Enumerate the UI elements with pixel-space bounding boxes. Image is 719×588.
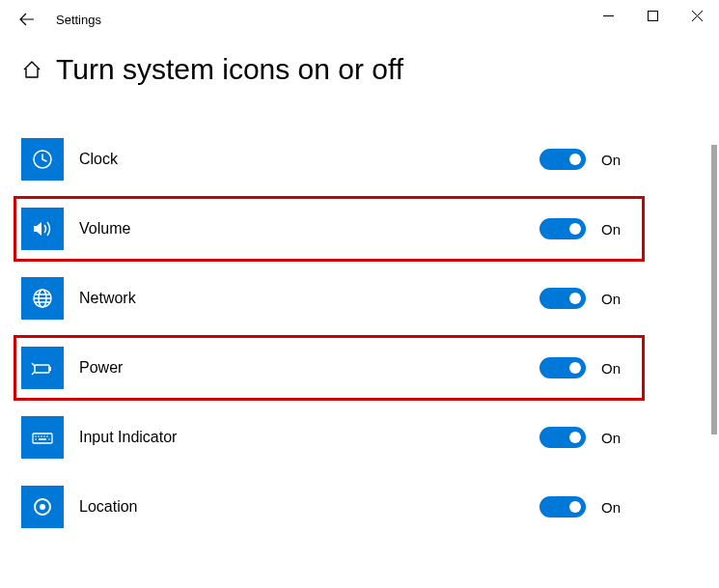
- minimize-button[interactable]: [586, 0, 630, 31]
- scrollbar[interactable]: [711, 145, 717, 434]
- clock-icon: [21, 138, 64, 181]
- svg-rect-14: [33, 434, 52, 443]
- svg-point-20: [35, 438, 37, 440]
- list-item-clock: Clock On: [21, 125, 698, 194]
- svg-point-16: [38, 435, 40, 437]
- toggle-power[interactable]: [539, 357, 586, 378]
- svg-rect-21: [39, 438, 46, 440]
- list-item-volume: Volume On: [21, 194, 698, 264]
- item-label: Network: [79, 290, 539, 307]
- page-title: Turn system icons on or off: [56, 53, 403, 86]
- input-indicator-icon: [21, 416, 64, 459]
- maximize-icon: [648, 11, 658, 21]
- toggle-network[interactable]: [539, 288, 586, 309]
- volume-icon: [21, 208, 64, 250]
- close-button[interactable]: [675, 0, 719, 31]
- network-icon: [21, 277, 64, 320]
- toggle-state-label: On: [601, 152, 630, 168]
- list-item-power: Power On: [21, 333, 698, 403]
- location-icon: [21, 486, 64, 528]
- list-item-input-indicator: Input Indicator On: [21, 403, 698, 472]
- window-title: Settings: [56, 13, 101, 27]
- toggle-state-label: On: [601, 221, 630, 238]
- svg-point-22: [48, 438, 50, 440]
- item-label: Location: [79, 498, 539, 516]
- toggle-location[interactable]: [539, 496, 586, 518]
- toggle-state-label: On: [601, 291, 630, 307]
- back-arrow-icon: [18, 11, 36, 28]
- list-item-network: Network On: [21, 264, 698, 333]
- toggle-state-label: On: [601, 360, 630, 377]
- toggle-input-indicator[interactable]: [539, 427, 586, 448]
- svg-point-19: [46, 435, 48, 437]
- svg-rect-11: [49, 367, 51, 371]
- back-button[interactable]: [8, 0, 46, 39]
- svg-point-18: [43, 435, 45, 437]
- svg-point-15: [35, 435, 37, 437]
- home-icon[interactable]: [21, 59, 42, 80]
- power-icon: [21, 347, 64, 389]
- item-label: Input Indicator: [79, 429, 539, 446]
- maximize-button[interactable]: [630, 0, 675, 31]
- toggle-volume[interactable]: [539, 218, 586, 239]
- toggle-state-label: On: [601, 499, 630, 516]
- svg-rect-1: [648, 11, 657, 20]
- svg-rect-10: [35, 365, 49, 373]
- item-label: Volume: [79, 220, 539, 238]
- item-label: Power: [79, 359, 539, 377]
- svg-point-17: [41, 435, 42, 437]
- svg-point-24: [40, 504, 45, 510]
- close-icon: [692, 11, 703, 21]
- system-icons-list: Clock On Volume: [21, 125, 698, 542]
- svg-line-13: [32, 372, 35, 375]
- toggle-state-label: On: [601, 430, 630, 446]
- minimize-icon: [603, 11, 614, 21]
- item-label: Clock: [79, 151, 539, 168]
- list-item-location: Location On: [21, 472, 698, 542]
- svg-line-12: [32, 363, 35, 366]
- toggle-clock[interactable]: [539, 149, 586, 170]
